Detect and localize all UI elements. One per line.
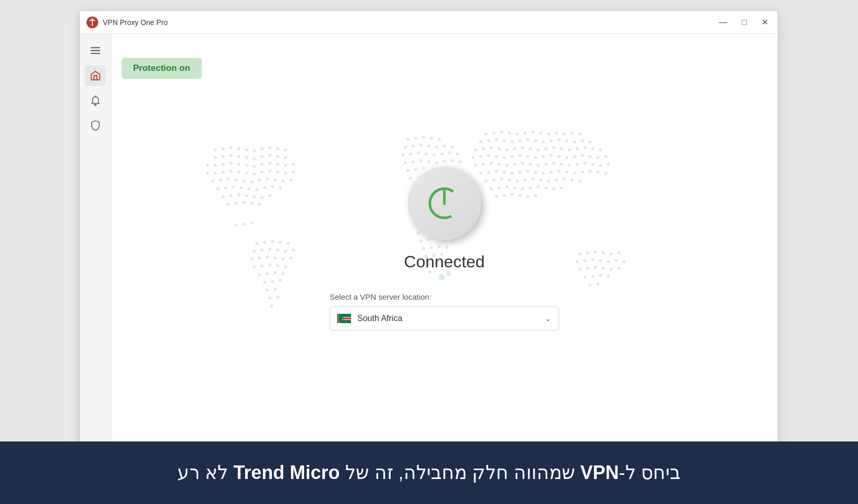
power-icon (426, 185, 463, 222)
svg-point-278 (545, 163, 548, 166)
svg-point-89 (279, 241, 282, 244)
svg-point-270 (482, 163, 485, 166)
svg-point-13 (261, 147, 264, 150)
svg-point-235 (482, 147, 485, 150)
svg-point-15 (276, 147, 280, 150)
svg-point-48 (276, 170, 280, 174)
close-button[interactable]: ✕ (758, 17, 771, 28)
chevron-down-icon: ⌄ (545, 314, 551, 323)
svg-point-220 (487, 139, 490, 142)
svg-point-25 (276, 155, 280, 158)
app-window: VPN Proxy One Pro — □ ✕ (79, 10, 778, 464)
svg-point-143 (427, 160, 430, 163)
svg-point-131 (451, 145, 454, 149)
svg-point-135 (425, 152, 428, 155)
svg-point-334 (586, 251, 589, 254)
svg-point-227 (542, 140, 545, 143)
svg-point-314 (563, 177, 566, 180)
svg-point-226 (534, 139, 537, 142)
svg-point-271 (490, 162, 493, 165)
svg-point-65 (240, 186, 243, 189)
svg-point-243 (545, 147, 548, 150)
svg-point-316 (578, 179, 582, 182)
minimize-button[interactable]: — (716, 17, 730, 28)
power-button[interactable] (408, 167, 481, 240)
svg-point-32 (245, 164, 248, 167)
svg-point-248 (584, 146, 587, 149)
svg-point-342 (599, 259, 602, 262)
svg-point-47 (269, 169, 272, 173)
svg-point-215 (555, 131, 558, 134)
svg-point-113 (271, 280, 274, 283)
svg-point-64 (232, 185, 235, 188)
svg-point-95 (284, 250, 287, 253)
svg-point-122 (422, 136, 425, 139)
svg-point-225 (526, 138, 529, 141)
svg-point-145 (443, 160, 446, 163)
sidebar-item-notifications[interactable] (85, 90, 106, 111)
svg-point-21 (245, 156, 248, 159)
maximize-button[interactable]: □ (739, 17, 750, 28)
svg-point-9 (229, 146, 233, 149)
svg-point-11 (245, 148, 248, 151)
svg-point-23 (261, 155, 264, 158)
svg-point-255 (503, 156, 506, 159)
svg-point-251 (472, 156, 475, 159)
svg-point-1 (91, 18, 93, 20)
svg-point-24 (269, 154, 272, 157)
svg-point-70 (279, 186, 282, 189)
svg-point-114 (279, 279, 282, 282)
svg-point-88 (271, 240, 274, 243)
svg-point-42 (229, 169, 233, 173)
svg-point-51 (211, 179, 214, 182)
svg-point-35 (269, 162, 272, 165)
svg-point-242 (537, 148, 540, 151)
svg-point-249 (591, 147, 595, 150)
svg-point-301 (589, 169, 592, 173)
svg-point-238 (505, 148, 509, 151)
svg-point-246 (568, 148, 571, 151)
svg-point-144 (435, 161, 438, 164)
svg-point-298 (565, 170, 569, 174)
banner-text: ביחס ל-VPN שמהווה חלק מחבילה, זה של Tren… (177, 460, 680, 486)
svg-point-264 (573, 155, 576, 158)
sidebar-menu-button[interactable] (85, 40, 106, 61)
svg-point-84 (243, 223, 246, 226)
svg-point-241 (529, 147, 532, 150)
svg-point-275 (521, 162, 524, 165)
sidebar-item-shield[interactable] (85, 115, 106, 136)
svg-point-208 (500, 130, 503, 133)
svg-point-240 (521, 146, 524, 149)
svg-point-141 (412, 160, 415, 163)
svg-point-92 (261, 249, 264, 252)
sidebar-item-home[interactable] (85, 65, 106, 86)
svg-point-333 (578, 252, 582, 255)
svg-point-98 (258, 256, 261, 260)
svg-point-46 (261, 170, 264, 174)
svg-point-142 (419, 159, 422, 162)
svg-point-126 (412, 144, 415, 147)
svg-point-59 (274, 178, 277, 181)
svg-point-222 (503, 139, 506, 142)
svg-point-239 (513, 147, 516, 150)
svg-point-39 (206, 171, 209, 175)
svg-point-19 (229, 154, 233, 157)
svg-point-231 (573, 140, 576, 143)
svg-point-247 (576, 147, 579, 150)
svg-point-85 (250, 222, 253, 225)
svg-point-245 (560, 147, 563, 150)
svg-point-341 (591, 258, 595, 261)
svg-point-210 (516, 132, 519, 136)
svg-point-36 (276, 163, 280, 166)
bottom-banner: ביחס ל-VPN שמהווה חלק מחבילה, זה של Tren… (0, 441, 858, 504)
location-section: Select a VPN server location: (330, 292, 559, 330)
svg-point-357 (597, 282, 600, 286)
svg-point-8 (222, 147, 225, 150)
svg-point-133 (409, 152, 412, 155)
svg-point-252 (479, 155, 482, 158)
svg-point-228 (550, 139, 553, 142)
svg-point-263 (565, 156, 569, 159)
svg-point-146 (451, 159, 454, 162)
svg-point-302 (597, 170, 600, 174)
location-dropdown[interactable]: South Africa ⌄ (330, 306, 559, 330)
